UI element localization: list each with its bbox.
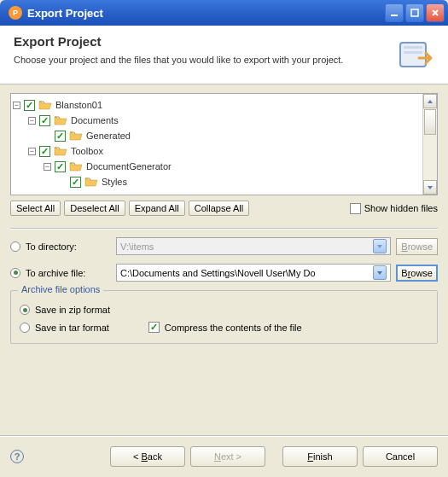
scrollbar[interactable] <box>422 94 437 195</box>
finish-button[interactable]: Finish <box>282 446 358 467</box>
archive-options-group: Archive file options Save in zip format … <box>10 290 438 344</box>
help-icon[interactable]: ? <box>10 450 24 463</box>
folder-icon <box>84 176 98 188</box>
tree-item[interactable]: Generated <box>13 128 421 143</box>
svg-rect-4 <box>404 51 422 54</box>
tree-checkbox[interactable] <box>55 131 66 142</box>
tree-item[interactable]: −DocumentGenerator <box>13 159 421 174</box>
to-directory-label: To directory: <box>26 241 111 252</box>
tree-expander-icon[interactable]: − <box>44 163 51 171</box>
tree-label: Toolbox <box>71 146 103 156</box>
folder-icon <box>54 145 67 157</box>
collapse-all-button[interactable]: Collapse All <box>189 201 249 216</box>
to-archive-radio[interactable] <box>10 268 20 278</box>
export-icon <box>393 34 434 75</box>
folder-icon <box>54 114 67 126</box>
folder-icon <box>69 130 83 142</box>
window-title: Export Project <box>27 7 385 20</box>
expand-all-button[interactable]: Expand All <box>129 201 185 216</box>
next-button[interactable]: Next > <box>190 446 265 467</box>
directory-browse-button[interactable]: Browse <box>396 238 438 255</box>
title-bar: P Export Project <box>0 0 448 26</box>
directory-combo[interactable]: V:\items <box>116 237 391 255</box>
archive-combo[interactable]: C:\Documents and Settings\Novell User\My… <box>116 264 391 282</box>
maximize-button[interactable] <box>405 3 424 22</box>
tree-expander-icon[interactable]: − <box>13 102 20 109</box>
app-icon: P <box>9 6 22 20</box>
archive-options-legend: Archive file options <box>18 284 103 294</box>
folder-icon <box>38 99 52 111</box>
zip-format-label: Save in zip format <box>35 305 110 315</box>
tree-label: Styles <box>102 177 127 187</box>
tree-item[interactable]: −Documents <box>13 113 421 128</box>
select-all-button[interactable]: Select All <box>10 201 61 216</box>
show-hidden-label: Show hidden files <box>364 203 438 213</box>
scroll-up-icon[interactable] <box>423 94 437 108</box>
tree-label: Generated <box>86 131 131 141</box>
svg-rect-0 <box>391 15 398 16</box>
tar-format-radio[interactable] <box>20 323 30 333</box>
tree-label: Blanston01 <box>55 100 102 110</box>
archive-browse-button[interactable]: Browse <box>396 265 438 282</box>
to-directory-radio[interactable] <box>10 241 20 252</box>
cancel-button[interactable]: Cancel <box>363 446 438 467</box>
close-button[interactable] <box>426 3 445 22</box>
tree-checkbox[interactable] <box>24 100 35 111</box>
compress-checkbox[interactable] <box>148 322 160 333</box>
compress-label: Compress the contents of the file <box>165 323 302 333</box>
tree-checkbox[interactable] <box>39 115 50 126</box>
back-button[interactable]: < BBackack <box>110 446 185 467</box>
scroll-down-icon[interactable] <box>423 180 437 195</box>
tree-expander-icon[interactable]: − <box>28 148 36 155</box>
tree-item[interactable]: −Blanston01 <box>13 97 421 113</box>
tree-checkbox[interactable] <box>39 146 50 157</box>
zip-format-radio[interactable] <box>20 305 30 315</box>
page-title: Export Project <box>14 34 383 49</box>
wizard-button-bar: ? < BBackack Next > Finish Cancel <box>0 435 448 477</box>
chevron-down-icon[interactable] <box>373 265 387 280</box>
tree-item[interactable]: Styles <box>13 174 421 189</box>
project-tree: −Blanston01−DocumentsGenerated−Toolbox−D… <box>10 93 438 195</box>
tree-expander-icon[interactable]: − <box>28 117 36 125</box>
minimize-button[interactable] <box>385 3 404 22</box>
tree-checkbox[interactable] <box>70 177 81 188</box>
to-archive-label: To archive file: <box>26 268 111 278</box>
wizard-header: Export Project Choose your project and t… <box>0 26 448 84</box>
tree-checkbox[interactable] <box>55 161 66 172</box>
tree-label: DocumentGenerator <box>86 161 172 172</box>
show-hidden-checkbox[interactable] <box>350 203 361 214</box>
folder-icon <box>69 160 83 172</box>
deselect-all-button[interactable]: Deselect All <box>64 201 125 216</box>
chevron-down-icon[interactable] <box>373 239 387 253</box>
svg-rect-1 <box>411 9 418 16</box>
tree-label: Documents <box>71 115 119 125</box>
scroll-thumb[interactable] <box>424 109 436 135</box>
tree-item[interactable]: −Toolbox <box>13 143 421 159</box>
tar-format-label: Save in tar format <box>35 323 109 333</box>
svg-rect-3 <box>404 46 422 49</box>
page-description: Choose your project and the files that y… <box>14 54 383 67</box>
